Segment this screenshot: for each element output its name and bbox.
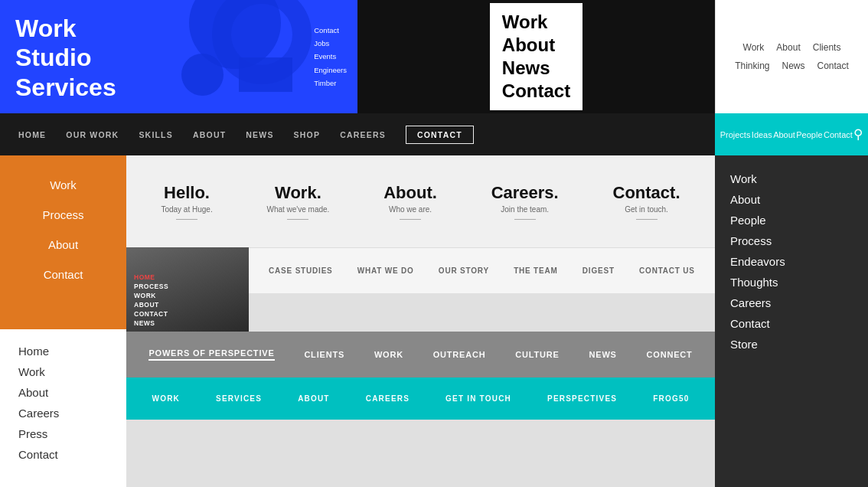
tab-the-team[interactable]: THE TEAM [514, 266, 558, 275]
bottom-nav-get-in-touch[interactable]: GET IN TOUCH [445, 394, 511, 403]
white-nav-row2: Thinking News Contact [735, 59, 849, 73]
huge-item-sub-2: Who we are. [383, 205, 437, 214]
nav-about[interactable]: ABOUT [193, 130, 226, 139]
right-nav-store[interactable]: Store [730, 338, 853, 351]
huge-nav-item-4[interactable]: Contact. Get in touch. [613, 183, 680, 221]
image-nav-home[interactable]: HOME [134, 273, 241, 281]
logo-line-1[interactable]: Work [502, 11, 570, 34]
black-logo-panel: Work About News Contact [357, 0, 715, 113]
bottom-nav-work[interactable]: WORK [152, 394, 180, 403]
powers-nav-clients[interactable]: CLIENTS [304, 350, 344, 359]
nav-news[interactable]: News [782, 59, 804, 73]
nav-home[interactable]: HOME [18, 130, 46, 139]
nav-contact[interactable]: Contact [817, 59, 849, 73]
tab-what-we-do[interactable]: WHAT WE DO [357, 266, 414, 275]
huge-item-sub-4: Get in touch. [613, 205, 680, 214]
nav-our-work[interactable]: OUR WORK [66, 130, 119, 139]
powers-nav-news[interactable]: NEWS [589, 350, 617, 359]
nav-skills[interactable]: SKILLS [139, 130, 173, 139]
list-nav-work[interactable]: Work [18, 365, 108, 378]
sidebar-contact[interactable]: Contact [44, 268, 83, 281]
sub-nav-tabs: CASE STUDIES WHAT WE DO OUR STORY THE TE… [249, 247, 715, 293]
hero-line-2: Studio [15, 43, 116, 72]
nav-ideas[interactable]: Ideas [752, 130, 772, 139]
white-nav-row: Work About Clients [743, 41, 841, 54]
bottom-nav-about[interactable]: ABOUT [298, 394, 330, 403]
sidebar-work[interactable]: Work [50, 178, 77, 191]
nav-work[interactable]: Work [743, 41, 765, 54]
powers-nav-connect[interactable]: CONNECT [647, 350, 693, 359]
nav-about[interactable]: About [773, 130, 795, 139]
blue-circle-small [181, 54, 224, 96]
nav-thinking[interactable]: Thinking [735, 59, 769, 73]
nav-about[interactable]: About [776, 41, 800, 54]
huge-nav-item-2[interactable]: About. Who we are. [383, 183, 437, 221]
image-nav-process[interactable]: PROCESS [134, 283, 241, 290]
blue-nav-link-3[interactable]: Engineers [314, 64, 347, 76]
bottom-nav-careers[interactable]: CAREERS [366, 394, 410, 403]
bottom-nav-services[interactable]: SERVICES [216, 394, 262, 403]
tab-our-story[interactable]: OUR STORY [439, 266, 489, 275]
blue-nav-link-1[interactable]: Jobs [314, 38, 347, 49]
right-nav-process[interactable]: Process [730, 234, 853, 247]
nav-news[interactable]: NEWS [246, 130, 273, 139]
logo-line-3[interactable]: News [502, 57, 570, 80]
huge-item-big-0: Hello. [161, 183, 212, 203]
teal-bottom-nav: WORK SERVICES ABOUT CAREERS GET IN TOUCH… [126, 378, 715, 420]
image-nav-overlay: HOME PROCESS WORK ABOUT CONTACT NEWS [126, 247, 249, 332]
blue-rectangle [239, 57, 292, 92]
right-nav-endeavors[interactable]: Endeavors [730, 255, 853, 268]
huge-item-big-3: Careers. [491, 183, 559, 203]
huge-item-big-4: Contact. [613, 183, 680, 203]
nav-contact-button[interactable]: CONTACT [406, 126, 474, 144]
sidebar-about[interactable]: About [48, 238, 78, 251]
blue-nav-link-4[interactable]: Timber [314, 77, 347, 89]
huge-nav-item-1[interactable]: Work. What we've made. [266, 183, 329, 221]
list-nav-about[interactable]: About [18, 386, 108, 399]
bottom-nav-perspectives[interactable]: PERSPECTIVES [547, 394, 617, 403]
huge-nav-panel: Hello. Today at Huge. Work. What we've m… [126, 155, 715, 247]
image-nav-work[interactable]: WORK [134, 292, 241, 299]
list-nav-press[interactable]: Press [18, 427, 108, 440]
huge-nav-item-3[interactable]: Careers. Join the team. [491, 183, 559, 221]
logo-line-4[interactable]: Contact [502, 80, 570, 103]
huge-nav-item-0[interactable]: Hello. Today at Huge. [161, 183, 212, 221]
bottom-nav-frog50[interactable]: FROG50 [653, 394, 689, 403]
image-nav-list: HOME PROCESS WORK ABOUT CONTACT NEWS [134, 273, 241, 327]
powers-nav-culture[interactable]: CULTURE [515, 350, 559, 359]
powers-nav-work[interactable]: WORK [374, 350, 403, 359]
nav-clients[interactable]: Clients [813, 41, 841, 54]
right-nav-about[interactable]: About [730, 193, 853, 206]
huge-item-bar-2 [400, 219, 421, 221]
nav-shop[interactable]: SHOP [294, 130, 321, 139]
sidebar-process[interactable]: Process [42, 208, 83, 221]
right-nav-careers[interactable]: Careers [730, 296, 853, 309]
list-nav-contact[interactable]: Contact [18, 448, 108, 461]
nav-projects[interactable]: Projects [720, 130, 751, 139]
right-nav-work[interactable]: Work [730, 172, 853, 185]
hero-line-1: Work [15, 14, 116, 43]
huge-item-sub-3: Join the team. [491, 205, 559, 214]
tab-contact-us[interactable]: CONTACT US [639, 266, 695, 275]
nav-people[interactable]: People [796, 130, 822, 139]
nav-careers[interactable]: CAREERS [340, 130, 386, 139]
blue-nav-link-0[interactable]: Contact [314, 25, 347, 36]
image-nav-news[interactable]: NEWS [134, 319, 241, 327]
blue-nav-link-2[interactable]: Events [314, 51, 347, 62]
hero-line-3: Services [15, 73, 116, 102]
image-nav-about[interactable]: ABOUT [134, 301, 241, 309]
nav-contact[interactable]: Contact [824, 130, 853, 139]
list-nav-home[interactable]: Home [18, 345, 108, 358]
tab-digest[interactable]: DIGEST [582, 266, 615, 275]
search-icon[interactable]: ⚲ [853, 126, 863, 142]
powers-nav-powers[interactable]: POWERS OF PERSPECTIVE [148, 348, 274, 361]
right-nav-people[interactable]: People [730, 214, 853, 227]
logo-line-2[interactable]: About [502, 34, 570, 57]
right-nav-thoughts[interactable]: Thoughts [730, 276, 853, 289]
tab-case-studies[interactable]: CASE STUDIES [269, 266, 333, 275]
image-nav-contact[interactable]: CONTACT [134, 310, 241, 318]
right-nav-contact[interactable]: Contact [730, 317, 853, 330]
powers-nav: POWERS OF PERSPECTIVE CLIENTS WORK OUTRE… [126, 332, 715, 378]
list-nav-careers[interactable]: Careers [18, 407, 108, 420]
powers-nav-outreach[interactable]: OUTREACH [433, 350, 486, 359]
